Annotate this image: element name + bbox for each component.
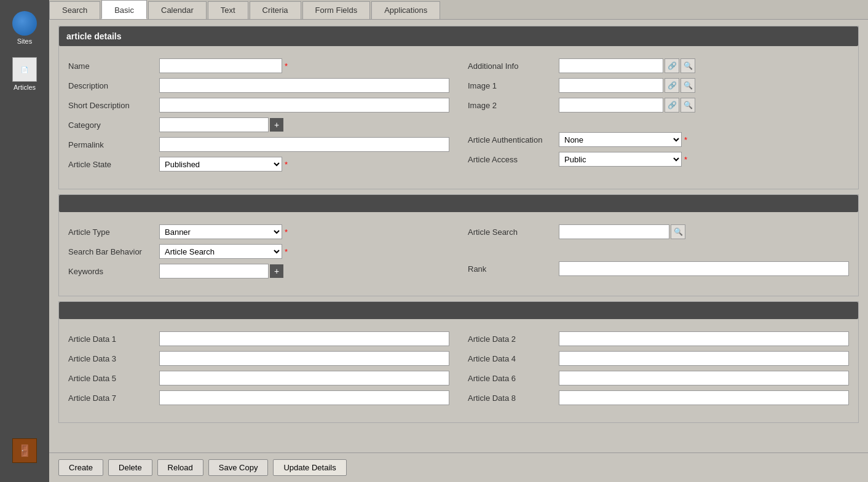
keywords-row: Keywords + [68,264,449,279]
tab-search[interactable]: Search [49,1,100,19]
category-input[interactable] [159,117,269,132]
description-input[interactable] [159,78,449,93]
permalink-label: Permalink [68,140,154,149]
article-access-select[interactable]: Public Private Members Only [559,152,682,167]
permalink-row: Permalink [68,137,449,152]
permalink-input[interactable] [159,137,449,152]
image2-label: Image 2 [468,101,554,110]
keywords-wrapper: + [159,264,283,279]
article-search-input[interactable] [559,224,669,239]
article-data-5-input[interactable] [159,371,449,385]
image1-input[interactable] [559,78,663,93]
update-details-button[interactable]: Update Details [273,459,346,476]
reload-button[interactable]: Reload [157,459,203,476]
article-data-8-label: Article Data 8 [468,393,554,403]
short-description-input[interactable] [159,98,449,113]
name-input[interactable] [159,58,282,73]
category-add-button[interactable]: + [270,118,283,132]
category-wrapper: + [159,117,283,132]
sidebar-item-sites[interactable]: Sites [0,6,49,50]
article-access-required: * [684,155,687,164]
tab-criteria[interactable]: Criteria [250,1,301,19]
section1-right: Additional Info 🔗 🔍 Image 1 🔗 [468,58,849,176]
save-copy-button[interactable]: Save Copy [208,459,269,476]
article-type-row: Article Type Banner Standard Featured * [68,224,449,239]
article-data-5-label: Article Data 5 [68,374,154,383]
section2-container: Article Type Banner Standard Featured * [58,194,859,296]
image2-link-btn[interactable]: 🔗 [665,98,679,113]
section1-header: article details [59,26,858,46]
rank-label: Rank [468,264,554,274]
article-auth-select[interactable]: None Login Required SSL [559,132,682,147]
additional-info-link-btn[interactable]: 🔗 [665,58,679,73]
article-type-select[interactable]: Banner Standard Featured [159,224,282,239]
name-label: Name [68,61,154,71]
section3-left: Article Data 1 Article Data 3 Article Da… [68,331,449,410]
image2-search-btn[interactable]: 🔍 [681,98,695,113]
article-data-1-input[interactable] [159,331,449,346]
content-area: article details Name * De [49,20,868,452]
article-auth-wrapper: None Login Required SSL * [559,132,687,147]
article-access-label: Article Access [468,155,554,164]
article-data-7-input[interactable] [159,390,449,405]
section1-form: Name * Description Short Description [59,46,858,189]
article-data-2-label: Article Data 2 [468,334,554,344]
section2-left: Article Type Banner Standard Featured * [68,224,449,283]
image1-wrapper: 🔗 🔍 [559,78,695,93]
delete-button[interactable]: Delete [108,459,152,476]
additional-info-search-btn[interactable]: 🔍 [681,58,695,73]
tab-calendar[interactable]: Calendar [148,1,207,19]
article-data-6-input[interactable] [559,371,849,385]
articles-icon: 📄 [12,57,37,82]
tabs-bar: Search Basic Calendar Text Criteria Form… [49,0,868,20]
image1-link-btn[interactable]: 🔗 [665,78,679,93]
article-data-4-label: Article Data 4 [468,354,554,363]
rank-input[interactable] [559,261,849,276]
section1-left: Name * Description Short Description [68,58,449,176]
keywords-add-button[interactable]: + [270,264,283,278]
article-data-6-label: Article Data 6 [468,374,554,383]
article-data-8-input[interactable] [559,390,849,405]
sidebar-label-articles: Articles [14,84,36,91]
article-auth-row: Article Authentication None Login Requir… [468,132,849,147]
article-data-2-row: Article Data 2 [468,331,849,346]
tab-form-fields[interactable]: Form Fields [302,1,371,19]
article-data-4-input[interactable] [559,351,849,366]
article-search-row: Article Search 🔍 [468,224,849,239]
section3-cols: Article Data 1 Article Data 3 Article Da… [68,325,849,416]
image1-search-btn[interactable]: 🔍 [681,78,695,93]
article-data-3-input[interactable] [159,351,449,366]
section3-header [59,302,858,319]
create-button[interactable]: Create [58,459,103,476]
image2-input[interactable] [559,98,663,113]
article-state-select[interactable]: Published Unpublished Draft [159,157,282,172]
additional-info-input[interactable] [559,58,663,73]
article-data-2-input[interactable] [559,331,849,346]
section3-right: Article Data 2 Article Data 4 Article Da… [468,331,849,410]
sidebar-item-exit[interactable]: 🚪 [0,433,49,470]
article-type-wrapper: Banner Standard Featured * [159,224,288,239]
section2-right: Article Search 🔍 Rank [468,224,849,283]
section1-container: article details Name * De [58,26,859,189]
article-data-7-row: Article Data 7 [68,390,449,405]
article-data-6-row: Article Data 6 [468,371,849,385]
image1-label: Image 1 [468,81,554,90]
tab-applications[interactable]: Applications [371,1,440,19]
search-bar-select[interactable]: Article Search Global Search None [159,244,282,259]
article-state-wrapper: Published Unpublished Draft * [159,157,288,172]
image2-row: Image 2 🔗 🔍 [468,98,849,113]
tab-text[interactable]: Text [208,1,248,19]
tab-basic[interactable]: Basic [101,0,147,19]
article-auth-required: * [684,135,687,144]
article-state-row: Article State Published Unpublished Draf… [68,157,449,172]
description-row: Description [68,78,449,93]
search-bar-wrapper: Article Search Global Search None * [159,244,288,259]
search-bar-row: Search Bar Behavior Article Search Globa… [68,244,449,259]
section3-form: Article Data 1 Article Data 3 Article Da… [59,319,858,422]
keywords-input[interactable] [159,264,269,279]
short-description-label: Short Description [68,101,154,110]
article-search-btn[interactable]: 🔍 [671,224,685,239]
section3-container: Article Data 1 Article Data 3 Article Da… [58,301,859,423]
bottom-toolbar: Create Delete Reload Save Copy Update De… [49,452,868,482]
sidebar-item-articles[interactable]: 📄 Articles [0,52,49,96]
